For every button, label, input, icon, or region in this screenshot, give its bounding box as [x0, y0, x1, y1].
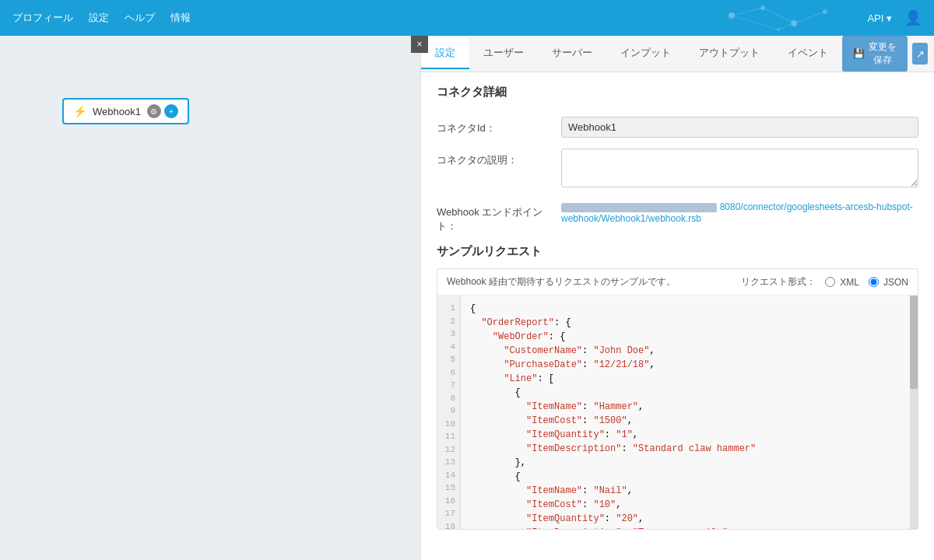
connector-desc-control	[561, 149, 918, 190]
tab-bar: 設定 ユーザー サーバー インプット アウトプット イベント 💾 変更を保存 ↗	[421, 36, 934, 72]
connector-desc-label: コネクタの説明：	[437, 149, 561, 167]
node-gear-button[interactable]: ⚙	[147, 104, 161, 118]
nav-profile[interactable]: プロフィール	[12, 11, 73, 25]
svg-line-9	[778, 23, 794, 30]
external-link-button[interactable]: ↗	[912, 43, 928, 65]
tab-users[interactable]: ユーザー	[469, 38, 538, 69]
webhook-node[interactable]: ⚡ Webhook1 ⚙ +	[62, 98, 189, 124]
save-icon: 💾	[853, 48, 865, 59]
right-panel: 設定 ユーザー サーバー インプット アウトプット イベント 💾 変更を保存 ↗…	[420, 36, 934, 560]
tab-settings[interactable]: 設定	[421, 38, 469, 69]
sample-box: Webhook 経由で期待するリクエストのサンプルです。 リクエスト形式： XM…	[437, 268, 918, 530]
nav-settings[interactable]: 設定	[89, 11, 109, 25]
api-dropdown[interactable]: API ▾	[867, 12, 892, 24]
json-radio[interactable]	[869, 277, 879, 287]
connector-details-title: コネクタ詳細	[437, 85, 918, 104]
connector-endpoint-label: Webhook エンドポイント：	[437, 201, 561, 233]
endpoint-masked	[561, 203, 717, 212]
svg-line-8	[732, 16, 778, 30]
nav-info[interactable]: 情報	[170, 11, 191, 25]
canvas-area: ⚡ Webhook1 ⚙ +	[0, 36, 420, 560]
code-scrollbar-thumb	[910, 296, 918, 389]
webhook-icon: ⚡	[73, 105, 86, 117]
svg-line-6	[763, 8, 794, 23]
sample-box-header: Webhook 経由で期待するリクエストのサンプルです。 リクエスト形式： XM…	[437, 269, 918, 296]
code-editor: 123456789101112131415161718192021 { "Ord…	[437, 296, 918, 529]
node-plus-button[interactable]: +	[164, 104, 178, 118]
json-label: JSON	[883, 277, 908, 288]
node-actions: ⚙ +	[147, 104, 178, 118]
top-nav-right: API ▾ 👤	[867, 9, 922, 26]
xml-radio[interactable]	[825, 277, 835, 287]
sample-request-title: サンプルリクエスト	[437, 244, 918, 259]
sample-request-section: サンプルリクエスト Webhook 経由で期待するリクエストのサンプルです。 リ…	[437, 244, 918, 530]
connector-id-control	[561, 117, 918, 138]
request-format-label: リクエスト形式：	[741, 275, 816, 289]
panel-close-button[interactable]: ×	[411, 36, 428, 53]
connector-endpoint-control: 8080/connector/googlesheets-arcesb-hubsp…	[561, 201, 918, 224]
connector-id-label: コネクタId：	[437, 117, 561, 135]
connector-desc-row: コネクタの説明：	[437, 149, 918, 190]
tab-input[interactable]: インプット	[606, 38, 685, 69]
user-icon[interactable]: 👤	[904, 9, 922, 26]
code-content[interactable]: { "OrderReport": { "WebOrder": { "Custom…	[461, 296, 910, 529]
line-numbers: 123456789101112131415161718192021	[437, 296, 461, 529]
sample-description: Webhook 経由で期待するリクエストのサンプルです。	[447, 275, 676, 289]
tab-output[interactable]: アウトプット	[685, 38, 774, 69]
nav-help[interactable]: ヘルプ	[125, 11, 155, 25]
webhook-label: Webhook1	[93, 106, 141, 117]
save-label: 変更を保存	[868, 40, 897, 67]
code-scrollbar[interactable]	[910, 296, 918, 529]
request-format: リクエスト形式： XML JSON	[741, 275, 908, 289]
top-nav-links: プロフィール 設定 ヘルプ 情報	[12, 11, 191, 25]
tab-actions: 💾 変更を保存 ↗	[842, 36, 928, 72]
connector-id-row: コネクタId：	[437, 117, 918, 138]
svg-line-5	[732, 8, 763, 16]
network-graphic	[716, 0, 841, 36]
tab-server[interactable]: サーバー	[538, 38, 606, 69]
svg-line-7	[794, 12, 825, 23]
connector-desc-textarea[interactable]	[561, 149, 918, 187]
json-radio-group: JSON	[869, 277, 908, 288]
xml-label: XML	[840, 277, 859, 288]
tab-event[interactable]: イベント	[774, 38, 842, 69]
xml-radio-group: XML	[825, 277, 859, 288]
connector-endpoint-row: Webhook エンドポイント： 8080/connector/googlesh…	[437, 201, 918, 233]
main-layout: ⚡ Webhook1 ⚙ + 設定 ユーザー サーバー インプット アウトプット…	[0, 36, 934, 560]
save-button[interactable]: 💾 変更を保存	[842, 36, 908, 72]
connector-id-input[interactable]	[561, 117, 918, 138]
panel-content: コネクタ詳細 コネクタId： コネクタの説明： Webhook エンドポイント：…	[421, 72, 934, 560]
top-nav: プロフィール 設定 ヘルプ 情報 API ▾ 👤	[0, 0, 934, 36]
